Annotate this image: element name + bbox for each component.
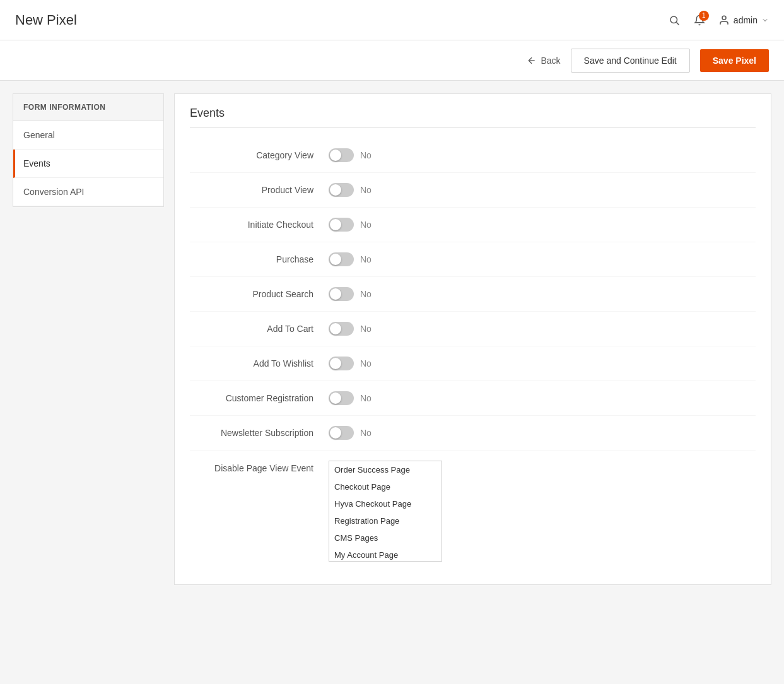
arrow-left-icon: [527, 56, 537, 66]
toggle-group: No: [329, 287, 372, 301]
notification-bell-icon[interactable]: 1: [693, 14, 706, 27]
toggle-state-label: No: [360, 324, 372, 334]
toggle-state-label: No: [360, 185, 372, 195]
list-item[interactable]: Checkout Page: [329, 478, 442, 495]
top-header: New Pixel 1 admin: [0, 0, 784, 40]
sidebar-heading: FORM INFORMATION: [13, 94, 163, 121]
toggle-switch[interactable]: [329, 322, 354, 336]
event-label: Product Search: [190, 289, 329, 299]
header-actions: 1 admin: [668, 14, 769, 27]
events-title: Events: [190, 107, 756, 128]
toggle-state-label: No: [360, 150, 372, 160]
disable-page-view-listbox-wrapper: Order Success PageCheckout PageHyva Chec…: [329, 461, 442, 562]
list-item[interactable]: Registration Page: [329, 512, 442, 529]
back-button[interactable]: Back: [527, 56, 560, 66]
event-label: Add To Cart: [190, 324, 329, 334]
event-row: Add To Cart No: [190, 312, 756, 346]
search-icon[interactable]: [668, 14, 681, 27]
toggle-group: No: [329, 391, 372, 405]
admin-label: admin: [734, 15, 758, 25]
page-title: New Pixel: [15, 12, 77, 28]
toggle-state-label: No: [360, 254, 372, 264]
toggle-group: No: [329, 322, 372, 336]
svg-point-2: [722, 16, 726, 20]
event-label: Customer Registration: [190, 393, 329, 403]
toggle-switch[interactable]: [329, 218, 354, 232]
save-pixel-button[interactable]: Save Pixel: [700, 49, 769, 72]
list-item[interactable]: Order Success Page: [329, 461, 442, 478]
toggle-switch[interactable]: [329, 148, 354, 162]
event-row: Product View No: [190, 173, 756, 208]
event-label: Add To Wishlist: [190, 358, 329, 369]
toggle-switch[interactable]: [329, 391, 354, 405]
chevron-down-icon: [761, 16, 769, 24]
toggle-state-label: No: [360, 428, 372, 438]
toggle-switch[interactable]: [329, 426, 354, 440]
admin-menu[interactable]: admin: [718, 15, 769, 26]
event-label: Initiate Checkout: [190, 220, 329, 230]
toggle-group: No: [329, 252, 372, 266]
event-row: Newsletter Subscription No: [190, 416, 756, 451]
toggle-state-label: No: [360, 358, 372, 369]
sidebar-item-conversion-api[interactable]: Conversion API: [13, 178, 163, 206]
disable-page-view-label: Disable Page View Event: [190, 461, 329, 473]
toggle-switch[interactable]: [329, 357, 354, 370]
event-label: Product View: [190, 185, 329, 195]
events-panel: Events Category View No Product View No …: [174, 93, 771, 585]
disable-page-view-row: Disable Page View Event Order Success Pa…: [190, 451, 756, 572]
toggle-group: No: [329, 357, 372, 370]
event-row: Product Search No: [190, 277, 756, 312]
back-label: Back: [541, 56, 560, 66]
event-label: Newsletter Subscription: [190, 428, 329, 438]
svg-point-0: [670, 16, 677, 23]
svg-line-1: [676, 22, 679, 25]
sidebar: FORM INFORMATION General Events Conversi…: [13, 93, 164, 207]
event-row: Customer Registration No: [190, 381, 756, 416]
event-label: Category View: [190, 150, 329, 160]
event-row: Initiate Checkout No: [190, 208, 756, 242]
list-item[interactable]: Hyva Checkout Page: [329, 495, 442, 512]
toggle-switch[interactable]: [329, 183, 354, 197]
event-label: Purchase: [190, 254, 329, 264]
toggle-state-label: No: [360, 393, 372, 403]
list-item[interactable]: My Account Page: [329, 546, 442, 561]
action-bar: Back Save and Continue Edit Save Pixel: [0, 40, 784, 81]
event-rows-container: Category View No Product View No Initiat…: [190, 138, 756, 451]
main-content: FORM INFORMATION General Events Conversi…: [0, 81, 784, 598]
sidebar-item-events[interactable]: Events: [13, 150, 163, 178]
toggle-switch[interactable]: [329, 287, 354, 301]
toggle-switch[interactable]: [329, 252, 354, 266]
notification-count: 1: [699, 11, 709, 21]
toggle-group: No: [329, 218, 372, 232]
disable-page-view-select[interactable]: Order Success PageCheckout PageHyva Chec…: [329, 461, 442, 561]
event-row: Category View No: [190, 138, 756, 173]
event-row: Purchase No: [190, 242, 756, 277]
list-item[interactable]: CMS Pages: [329, 529, 442, 546]
toggle-group: No: [329, 426, 372, 440]
toggle-group: No: [329, 148, 372, 162]
toggle-state-label: No: [360, 220, 372, 230]
sidebar-item-general[interactable]: General: [13, 121, 163, 150]
event-row: Add To Wishlist No: [190, 346, 756, 381]
save-continue-button[interactable]: Save and Continue Edit: [571, 49, 690, 73]
toggle-group: No: [329, 183, 372, 197]
toggle-state-label: No: [360, 289, 372, 299]
